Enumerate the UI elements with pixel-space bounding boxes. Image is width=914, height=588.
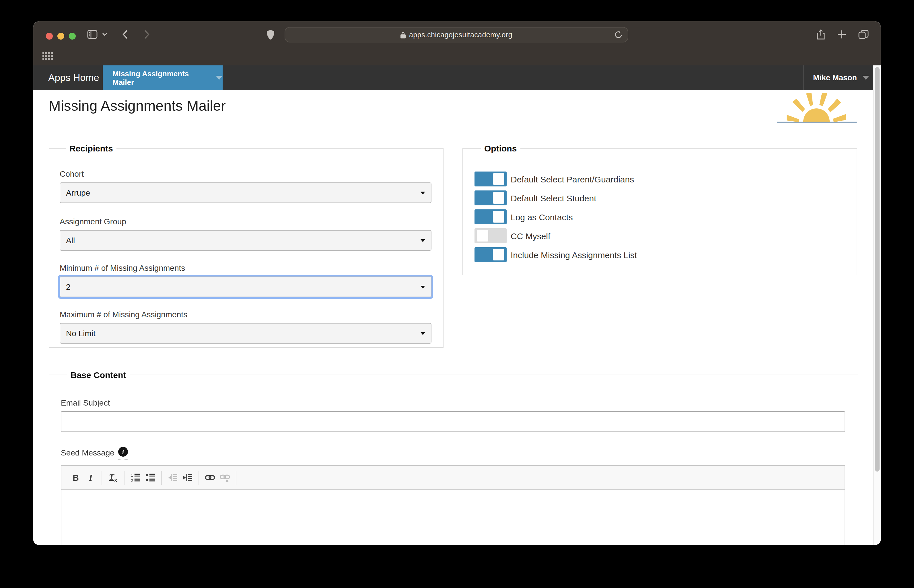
unlink-icon[interactable] (218, 470, 233, 485)
toolbar-separator (199, 471, 199, 485)
tab-overview-icon[interactable] (857, 21, 870, 48)
select-caret-icon (421, 286, 425, 289)
base-content-legend: Base Content (67, 370, 129, 380)
reload-button[interactable] (615, 31, 623, 41)
option-row: Default Select Parent/Guardians (475, 171, 845, 186)
email-subject-input[interactable] (61, 411, 845, 432)
info-icon[interactable]: i (118, 447, 128, 457)
email-subject-label: Email Subject (61, 398, 845, 407)
bold-button[interactable]: B (68, 470, 83, 485)
new-tab-icon[interactable] (836, 21, 848, 48)
address-bar[interactable]: apps.chicagojesuitacademy.org (284, 27, 628, 42)
forward-button[interactable] (142, 21, 152, 48)
select-caret-icon (421, 332, 425, 335)
max-missing-value: No Limit (66, 329, 95, 338)
scrollbar-thumb[interactable] (875, 67, 880, 472)
toggle-cc-myself[interactable] (475, 228, 507, 243)
outdent-icon[interactable] (165, 470, 180, 485)
page-title: Missing Assignments Mailer (49, 97, 226, 114)
min-missing-select[interactable]: 2 (60, 276, 431, 297)
page-scrollbar[interactable] (873, 65, 881, 545)
numbered-list-icon[interactable]: 1 2 (128, 470, 143, 485)
favorites-bar (33, 48, 881, 65)
lock-icon (400, 31, 405, 38)
option-label: CC Myself (511, 231, 550, 241)
seed-info: i (118, 448, 128, 460)
editor-content-area[interactable] (61, 490, 845, 545)
nav-tab-label: Missing Assignments Mailer (113, 69, 210, 86)
cohort-value: Arrupe (66, 188, 90, 197)
editor-toolbar: B I Tx 1 2 (61, 466, 845, 490)
recipients-legend: Recipients (66, 144, 116, 153)
option-row: Include Missing Assignments List (475, 247, 845, 262)
apps-grid-icon[interactable] (42, 52, 53, 60)
sidebar-chevron-down-icon[interactable] (101, 21, 108, 48)
screen: apps.chicagojesuitacademy.org (0, 0, 914, 588)
share-icon[interactable] (815, 21, 826, 48)
select-caret-icon (421, 239, 425, 242)
seed-message-label: Seed Message (61, 448, 115, 457)
traffic-lights (46, 33, 76, 40)
toolbar-separator (161, 471, 162, 485)
nav-apps-home-link[interactable]: Apps Home (40, 65, 108, 90)
select-caret-icon (421, 192, 425, 194)
toggle-log-as-contacts[interactable] (475, 209, 507, 224)
tab-chevron-down-icon (216, 76, 223, 80)
link-icon[interactable] (202, 470, 218, 485)
remove-format-button[interactable]: Tx (106, 470, 121, 485)
assignment-group-label: Assignment Group (60, 217, 431, 226)
bulleted-list-icon[interactable] (143, 470, 158, 485)
options-panel: Options Default Select Parent/Guardians … (462, 144, 857, 275)
option-label: Include Missing Assignments List (511, 250, 637, 260)
close-window-button[interactable] (46, 33, 53, 40)
cohort-label: Cohort (60, 169, 431, 178)
toggle-default-select-parents[interactable] (475, 171, 507, 186)
toggle-default-select-student[interactable] (475, 191, 507, 205)
max-missing-label: Maximum # of Missing Assignments (60, 310, 431, 319)
italic-button[interactable]: I (83, 470, 98, 485)
sidebar-toggle-icon[interactable] (86, 21, 99, 48)
cohort-select[interactable]: Arrupe (60, 183, 431, 203)
sunrise-logo (776, 93, 857, 125)
min-missing-value: 2 (66, 282, 71, 291)
assignment-group-value: All (66, 236, 75, 245)
url-text: apps.chicagojesuitacademy.org (409, 31, 512, 39)
browser-chrome: apps.chicagojesuitacademy.org (33, 21, 881, 65)
rich-text-editor: B I Tx 1 2 (61, 465, 845, 545)
recipients-panel: Recipients Cohort Arrupe Assignment Grou… (49, 144, 444, 347)
zoom-window-button[interactable] (69, 33, 76, 40)
user-chevron-down-icon (862, 76, 869, 80)
min-missing-label: Minimum # of Missing Assignments (60, 263, 431, 273)
nav-tab-missing-assignments-mailer[interactable]: Missing Assignments Mailer (103, 65, 223, 90)
user-name: Mike Mason (813, 73, 857, 82)
user-menu[interactable]: Mike Mason (803, 65, 873, 90)
site-navbar: Apps Home Missing Assignments Mailer Mik… (33, 65, 873, 90)
toolbar-separator (102, 471, 102, 485)
privacy-shield-icon[interactable] (265, 21, 275, 48)
option-row: Default Select Student (475, 191, 845, 205)
tooltip-dots (118, 457, 128, 460)
max-missing-select[interactable]: No Limit (60, 323, 431, 344)
base-content-panel: Base Content Email Subject Seed Message … (49, 370, 858, 545)
assignment-group-select[interactable]: All (60, 230, 431, 251)
option-label: Default Select Student (511, 193, 596, 203)
option-row: CC Myself (475, 228, 845, 243)
webpage: Apps Home Missing Assignments Mailer Mik… (33, 65, 881, 545)
browser-window: apps.chicagojesuitacademy.org (33, 21, 881, 545)
option-label: Default Select Parent/Guardians (511, 174, 634, 184)
svg-text:1: 1 (131, 473, 133, 478)
option-label: Log as Contacts (511, 212, 573, 222)
indent-icon[interactable] (180, 470, 195, 485)
svg-text:2: 2 (131, 478, 133, 483)
option-row: Log as Contacts (475, 209, 845, 224)
toggle-include-missing-list[interactable] (475, 247, 507, 262)
minimize-window-button[interactable] (57, 33, 64, 40)
browser-titlebar: apps.chicagojesuitacademy.org (33, 21, 881, 48)
toolbar-separator (236, 471, 236, 485)
options-legend: Options (481, 144, 520, 153)
toolbar-separator (124, 471, 124, 485)
back-button[interactable] (121, 21, 130, 48)
